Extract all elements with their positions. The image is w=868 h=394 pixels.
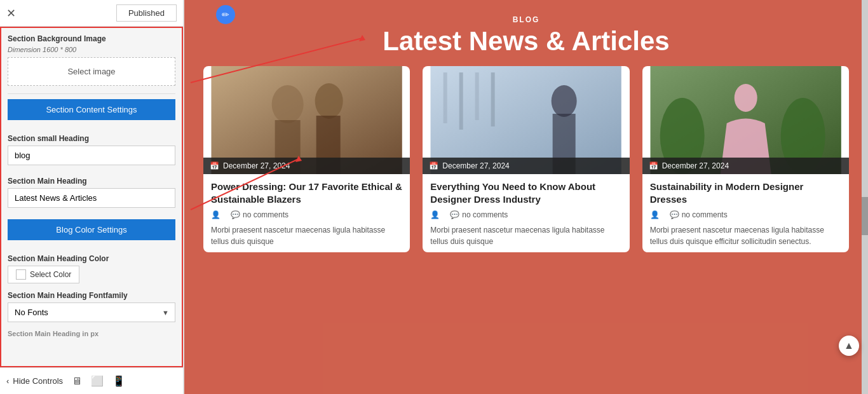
blog-card-3: 📅 December 27, 2024 Sustainability in Mo…	[642, 66, 849, 252]
comment-icon-3: 💬	[670, 210, 679, 219]
card-2-body: Everything You Need to Know About Design…	[423, 174, 629, 252]
small-heading-input[interactable]	[8, 146, 175, 165]
bottom-controls: ‹ Hide Controls 🖥 ⬜ 📱	[0, 367, 183, 394]
bg-image-label: Section Background Image	[8, 34, 175, 43]
main-content-area: ✏ BLOG Latest News & Articles	[184, 0, 868, 394]
card-3-comments: 💬 no comments	[670, 210, 728, 219]
published-button[interactable]: Published	[116, 4, 177, 22]
card-1-comments-text: no comments	[243, 210, 288, 219]
comment-icon-1: 💬	[231, 210, 240, 219]
bg-image-section: Section Background Image Dimension 1600 …	[8, 34, 175, 86]
card-3-author: 👤	[650, 210, 660, 219]
chevron-left-icon: ‹	[6, 376, 9, 386]
calendar-icon-3: 📅	[649, 161, 658, 170]
bg-image-dimension: Dimension 1600 * 800	[8, 46, 175, 53]
card-3-body: Sustainability in Modern Designer Dresse…	[642, 174, 849, 252]
card-1-author: 👤	[211, 210, 220, 219]
calendar-icon-1: 📅	[210, 161, 219, 170]
select-color-label: Select Color	[30, 270, 71, 279]
svg-point-4	[315, 83, 343, 119]
section-main-heading: Latest News & Articles	[203, 27, 849, 56]
svg-rect-10	[475, 72, 479, 120]
font-family-section: Section Main Heading Fontfamily No Fonts…	[8, 291, 175, 322]
card-1-title: Power Dressing: Our 17 Favorite Ethical …	[211, 180, 402, 205]
card-1-excerpt: Morbi praesent nascetur maecenas ligula …	[211, 224, 402, 247]
main-heading-input[interactable]	[8, 188, 175, 208]
section-small-heading: BLOG	[203, 15, 849, 24]
card-2-title: Everything You Need to Know About Design…	[430, 180, 621, 205]
card-1-date: December 27, 2024	[223, 161, 290, 170]
card-1-meta: 👤 💬 no comments	[211, 210, 402, 219]
top-bar: ✕ Published	[0, 0, 183, 27]
font-family-wrapper: No Fonts Arial Roboto Open Sans Lato ▼	[8, 302, 175, 322]
small-heading-section: Section small Heading	[8, 134, 175, 169]
comment-icon-2: 💬	[450, 210, 459, 219]
card-3-date: December 27, 2024	[662, 161, 729, 170]
scroll-to-top-button[interactable]: ▲	[839, 336, 859, 356]
section-px-section: Section Main Heading in px	[8, 330, 175, 337]
section-px-label: Section Main Heading in px	[8, 330, 175, 337]
calendar-icon-2: 📅	[429, 161, 438, 170]
main-heading-section: Section Main Heading	[8, 177, 175, 212]
card-3-meta: 👤 💬 no comments	[650, 210, 841, 219]
font-family-select[interactable]: No Fonts Arial Roboto Open Sans Lato	[8, 302, 175, 322]
small-heading-label: Section small Heading	[8, 134, 175, 143]
user-icon-2: 👤	[430, 210, 440, 219]
svg-point-2	[272, 85, 304, 123]
blog-card-2: 📅 December 27, 2024 Everything You Need …	[423, 66, 629, 252]
card-2-author: 👤	[430, 210, 440, 219]
select-image-area[interactable]: Select image	[8, 57, 175, 86]
card-3-title: Sustainability in Modern Designer Dresse…	[650, 180, 841, 205]
card-2-excerpt: Morbi praesent nascetur maecenas ligula …	[430, 224, 621, 247]
card-3-image-wrapper: 📅 December 27, 2024	[642, 66, 849, 174]
svg-point-18	[734, 84, 757, 112]
close-button[interactable]: ✕	[6, 6, 16, 20]
card-3-comments-text: no comments	[682, 210, 728, 219]
card-2-date-badge: 📅 December 27, 2024	[423, 158, 629, 174]
blog-color-settings-section: Blog Color Settings	[8, 219, 175, 247]
svg-rect-8	[444, 72, 447, 123]
left-panel: ✕ Published Section Background Image Dim…	[0, 0, 184, 394]
blog-cards-container: 📅 December 27, 2024 Power Dressing: Our …	[203, 66, 849, 252]
heading-color-section: Section Main Heading Color Select Color	[8, 254, 175, 283]
content-settings-section: Section Content Settings	[8, 99, 175, 126]
user-icon-1: 👤	[211, 210, 220, 219]
card-2-meta: 👤 💬 no comments	[430, 210, 621, 219]
tablet-icon[interactable]: ⬜	[91, 375, 104, 387]
hide-controls-button[interactable]: ‹ Hide Controls	[6, 376, 63, 386]
card-1-date-badge: 📅 December 27, 2024	[203, 158, 410, 174]
card-2-image-wrapper: 📅 December 27, 2024	[423, 66, 629, 174]
blog-card-1: 📅 December 27, 2024 Power Dressing: Our …	[203, 66, 410, 252]
card-2-comments: 💬 no comments	[450, 210, 508, 219]
main-inner: BLOG Latest News & Articles	[184, 0, 868, 394]
panel-scroll-area: Section Background Image Dimension 1600 …	[0, 27, 183, 367]
svg-rect-9	[459, 72, 463, 130]
blog-color-settings-button[interactable]: Blog Color Settings	[8, 219, 175, 240]
svg-rect-11	[491, 72, 495, 126]
chevron-up-icon: ▲	[844, 340, 854, 351]
desktop-icon[interactable]: 🖥	[72, 376, 82, 387]
user-icon-3: 👤	[650, 210, 660, 219]
card-2-date: December 27, 2024	[442, 161, 509, 170]
select-image-label: Select image	[67, 67, 115, 76]
hide-controls-label: Hide Controls	[13, 376, 63, 386]
section-content-settings-button[interactable]: Section Content Settings	[8, 99, 175, 120]
card-3-date-badge: 📅 December 27, 2024	[642, 158, 849, 174]
heading-color-label: Section Main Heading Color	[8, 254, 175, 263]
card-3-excerpt: Morbi praesent nascetur maecenas ligula …	[650, 224, 841, 247]
card-1-body: Power Dressing: Our 17 Favorite Ethical …	[203, 174, 410, 252]
font-family-label: Section Main Heading Fontfamily	[8, 291, 175, 300]
svg-point-12	[552, 85, 577, 117]
main-heading-label: Section Main Heading	[8, 177, 175, 186]
mobile-icon[interactable]: 📱	[112, 375, 125, 387]
card-2-comments-text: no comments	[462, 210, 508, 219]
color-preview-box	[16, 269, 26, 280]
select-color-button[interactable]: Select Color	[8, 266, 79, 283]
pencil-symbol: ✏	[222, 10, 229, 20]
card-1-comments: 💬 no comments	[231, 210, 288, 219]
card-1-image-wrapper: 📅 December 27, 2024	[203, 66, 410, 174]
edit-pencil-icon[interactable]: ✏	[216, 5, 235, 24]
